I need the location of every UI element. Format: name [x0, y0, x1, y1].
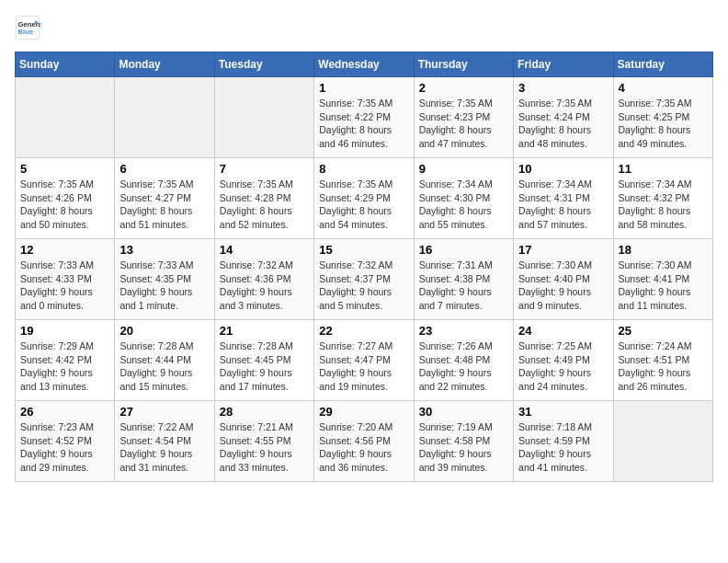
calendar-cell: 15Sunrise: 7:32 AMSunset: 4:37 PMDayligh…	[314, 239, 414, 320]
day-number: 4	[619, 81, 708, 95]
day-info: Sunrise: 7:20 AMSunset: 4:56 PMDaylight:…	[319, 420, 408, 475]
weekday-header-thursday: Thursday	[414, 52, 513, 77]
day-info: Sunrise: 7:35 AMSunset: 4:22 PMDaylight:…	[319, 97, 408, 151]
calendar-cell: 19Sunrise: 7:29 AMSunset: 4:42 PMDayligh…	[16, 320, 115, 401]
calendar-cell	[16, 77, 115, 158]
calendar-cell: 8Sunrise: 7:35 AMSunset: 4:29 PMDaylight…	[314, 158, 414, 239]
day-number: 11	[619, 162, 708, 176]
day-number: 25	[619, 324, 708, 338]
day-number: 10	[518, 162, 608, 176]
calendar-cell: 11Sunrise: 7:34 AMSunset: 4:32 PMDayligh…	[613, 158, 712, 239]
day-number: 23	[419, 324, 508, 338]
calendar-cell: 9Sunrise: 7:34 AMSunset: 4:30 PMDaylight…	[414, 158, 513, 239]
day-info: Sunrise: 7:30 AMSunset: 4:40 PMDaylight:…	[518, 259, 608, 313]
day-info: Sunrise: 7:30 AMSunset: 4:41 PMDaylight:…	[619, 259, 708, 313]
day-number: 21	[220, 324, 309, 338]
day-info: Sunrise: 7:22 AMSunset: 4:54 PMDaylight:…	[119, 420, 209, 475]
calendar-cell: 31Sunrise: 7:18 AMSunset: 4:59 PMDayligh…	[514, 401, 613, 482]
weekday-header-row: SundayMondayTuesdayWednesdayThursdayFrid…	[16, 52, 713, 77]
day-info: Sunrise: 7:32 AMSunset: 4:37 PMDaylight:…	[319, 259, 408, 313]
day-number: 15	[319, 243, 408, 257]
calendar-cell: 7Sunrise: 7:35 AMSunset: 4:28 PMDaylight…	[214, 158, 313, 239]
calendar-cell	[613, 401, 712, 482]
calendar-cell: 1Sunrise: 7:35 AMSunset: 4:22 PMDaylight…	[314, 77, 414, 158]
day-info: Sunrise: 7:24 AMSunset: 4:51 PMDaylight:…	[619, 339, 708, 394]
day-info: Sunrise: 7:33 AMSunset: 4:35 PMDaylight:…	[119, 259, 209, 313]
page-header: General Blue	[15, 15, 713, 40]
calendar-cell: 22Sunrise: 7:27 AMSunset: 4:47 PMDayligh…	[314, 320, 414, 401]
day-number: 2	[419, 81, 508, 95]
calendar-cell: 6Sunrise: 7:35 AMSunset: 4:27 PMDaylight…	[115, 158, 214, 239]
day-info: Sunrise: 7:35 AMSunset: 4:23 PMDaylight:…	[419, 97, 508, 151]
day-info: Sunrise: 7:31 AMSunset: 4:38 PMDaylight:…	[419, 259, 508, 313]
day-number: 19	[20, 324, 109, 338]
day-number: 22	[319, 324, 408, 338]
day-number: 16	[419, 243, 508, 257]
calendar-cell: 13Sunrise: 7:33 AMSunset: 4:35 PMDayligh…	[115, 239, 214, 320]
weekday-header-wednesday: Wednesday	[314, 52, 414, 77]
day-number: 18	[619, 243, 708, 257]
day-info: Sunrise: 7:35 AMSunset: 4:25 PMDaylight:…	[619, 97, 708, 151]
day-info: Sunrise: 7:29 AMSunset: 4:42 PMDaylight:…	[20, 339, 109, 394]
day-info: Sunrise: 7:33 AMSunset: 4:33 PMDaylight:…	[20, 259, 109, 313]
day-info: Sunrise: 7:27 AMSunset: 4:47 PMDaylight:…	[319, 339, 408, 394]
svg-text:Blue: Blue	[18, 28, 34, 36]
calendar-cell: 16Sunrise: 7:31 AMSunset: 4:38 PMDayligh…	[414, 239, 513, 320]
day-info: Sunrise: 7:28 AMSunset: 4:45 PMDaylight:…	[220, 339, 309, 394]
day-number: 6	[119, 162, 209, 176]
calendar-cell: 3Sunrise: 7:35 AMSunset: 4:24 PMDaylight…	[514, 77, 613, 158]
calendar-table: SundayMondayTuesdayWednesdayThursdayFrid…	[15, 52, 713, 482]
week-row-2: 5Sunrise: 7:35 AMSunset: 4:26 PMDaylight…	[16, 158, 713, 239]
day-info: Sunrise: 7:35 AMSunset: 4:27 PMDaylight:…	[119, 178, 209, 232]
day-info: Sunrise: 7:35 AMSunset: 4:24 PMDaylight:…	[518, 97, 608, 151]
calendar-cell: 29Sunrise: 7:20 AMSunset: 4:56 PMDayligh…	[314, 401, 414, 482]
weekday-header-monday: Monday	[115, 52, 214, 77]
day-number: 3	[518, 81, 608, 95]
logo-icon: General Blue	[15, 15, 40, 40]
day-number: 26	[20, 405, 109, 419]
day-number: 30	[419, 405, 508, 419]
day-info: Sunrise: 7:34 AMSunset: 4:30 PMDaylight:…	[419, 178, 508, 232]
day-number: 28	[220, 405, 309, 419]
day-info: Sunrise: 7:19 AMSunset: 4:58 PMDaylight:…	[419, 420, 508, 475]
day-number: 31	[518, 405, 608, 419]
calendar-cell: 14Sunrise: 7:32 AMSunset: 4:36 PMDayligh…	[214, 239, 313, 320]
day-info: Sunrise: 7:28 AMSunset: 4:44 PMDaylight:…	[119, 339, 209, 394]
calendar-cell: 26Sunrise: 7:23 AMSunset: 4:52 PMDayligh…	[16, 401, 115, 482]
week-row-5: 26Sunrise: 7:23 AMSunset: 4:52 PMDayligh…	[16, 401, 713, 482]
calendar-cell: 4Sunrise: 7:35 AMSunset: 4:25 PMDaylight…	[613, 77, 712, 158]
weekday-header-sunday: Sunday	[16, 52, 115, 77]
day-info: Sunrise: 7:18 AMSunset: 4:59 PMDaylight:…	[518, 420, 608, 475]
week-row-3: 12Sunrise: 7:33 AMSunset: 4:33 PMDayligh…	[16, 239, 713, 320]
day-number: 20	[119, 324, 209, 338]
calendar-cell: 30Sunrise: 7:19 AMSunset: 4:58 PMDayligh…	[414, 401, 513, 482]
logo: General Blue	[15, 15, 40, 40]
calendar-cell: 25Sunrise: 7:24 AMSunset: 4:51 PMDayligh…	[613, 320, 712, 401]
day-info: Sunrise: 7:23 AMSunset: 4:52 PMDaylight:…	[20, 420, 109, 475]
calendar-cell: 10Sunrise: 7:34 AMSunset: 4:31 PMDayligh…	[514, 158, 613, 239]
calendar-cell: 20Sunrise: 7:28 AMSunset: 4:44 PMDayligh…	[115, 320, 214, 401]
day-info: Sunrise: 7:26 AMSunset: 4:48 PMDaylight:…	[419, 339, 508, 394]
calendar-cell: 28Sunrise: 7:21 AMSunset: 4:55 PMDayligh…	[214, 401, 313, 482]
calendar-cell: 18Sunrise: 7:30 AMSunset: 4:41 PMDayligh…	[613, 239, 712, 320]
calendar-cell: 27Sunrise: 7:22 AMSunset: 4:54 PMDayligh…	[115, 401, 214, 482]
weekday-header-tuesday: Tuesday	[214, 52, 313, 77]
day-info: Sunrise: 7:32 AMSunset: 4:36 PMDaylight:…	[220, 259, 309, 313]
day-info: Sunrise: 7:21 AMSunset: 4:55 PMDaylight:…	[220, 420, 309, 475]
week-row-4: 19Sunrise: 7:29 AMSunset: 4:42 PMDayligh…	[16, 320, 713, 401]
calendar-cell: 5Sunrise: 7:35 AMSunset: 4:26 PMDaylight…	[16, 158, 115, 239]
day-info: Sunrise: 7:34 AMSunset: 4:32 PMDaylight:…	[619, 178, 708, 232]
calendar-cell: 12Sunrise: 7:33 AMSunset: 4:33 PMDayligh…	[16, 239, 115, 320]
day-number: 27	[119, 405, 209, 419]
day-number: 24	[518, 324, 608, 338]
day-number: 7	[220, 162, 309, 176]
calendar-body: 1Sunrise: 7:35 AMSunset: 4:22 PMDaylight…	[16, 77, 713, 482]
week-row-1: 1Sunrise: 7:35 AMSunset: 4:22 PMDaylight…	[16, 77, 713, 158]
svg-text:General: General	[18, 20, 41, 29]
calendar-cell: 17Sunrise: 7:30 AMSunset: 4:40 PMDayligh…	[514, 239, 613, 320]
day-info: Sunrise: 7:35 AMSunset: 4:28 PMDaylight:…	[220, 178, 309, 232]
calendar-cell: 23Sunrise: 7:26 AMSunset: 4:48 PMDayligh…	[414, 320, 513, 401]
day-number: 13	[119, 243, 209, 257]
weekday-header-saturday: Saturday	[613, 52, 712, 77]
calendar-cell: 24Sunrise: 7:25 AMSunset: 4:49 PMDayligh…	[514, 320, 613, 401]
